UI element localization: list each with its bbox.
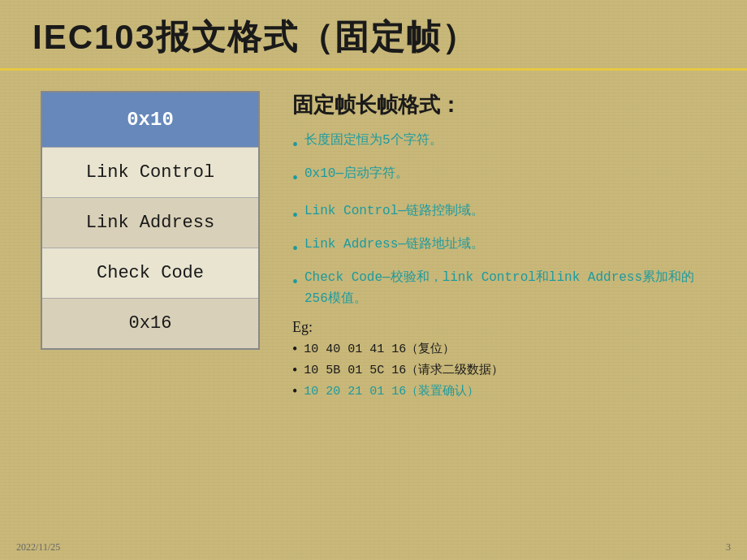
description-area: 固定帧长帧格式： • 长度固定恒为5个字符。 • 0x10—启动字符。 • Li… [292,91,715,404]
frame-table: 0x10 Link Control Link Address Check Cod… [41,91,260,350]
list-item: • Check Code—校验和，link Control和link Addre… [292,268,715,309]
eg-text-3: 10 20 21 01 16（装置确认） [304,383,479,398]
frame-row-0x16: 0x16 [41,299,259,350]
frame-row-link-address: Link Address [41,198,259,248]
frame-row-0x10: 0x10 [41,92,259,148]
bullet-text-3: Link Control—链路控制域。 [304,201,484,222]
slide-container: IEC103报文格式（固定帧） 0x10 Link Control Link A… [0,0,747,560]
desc-title: 固定帧长帧格式： [292,91,715,119]
eg-list: • 10 40 01 41 16（复位） • 10 5B 01 5C 16（请求… [292,341,715,400]
list-item: • 长度固定恒为5个字符。 [292,131,715,157]
bullet-text-2: 0x10—启动字符。 [304,164,408,185]
frame-table-container: 0x10 Link Control Link Address Check Cod… [41,91,260,404]
slide-title: IEC103报文格式（固定帧） [32,15,715,60]
bullet-text-4: Link Address—链路地址域。 [304,235,484,256]
bullet-icon-4: • [292,235,298,261]
bullet-text-1: 长度固定恒为5个字符。 [304,131,443,152]
eg-bullet-2: • [292,362,297,379]
eg-item: • 10 20 21 01 16（装置确认） [292,383,715,400]
content-area: 0x10 Link Control Link Address Check Cod… [0,71,747,420]
table-row: 0x16 [41,299,259,350]
frame-row-check-code: Check Code [41,248,259,299]
list-item: • 0x10—启动字符。 [292,164,715,191]
title-area: IEC103报文格式（固定帧） [0,0,747,71]
bullet-text-5: Check Code—校验和，link Control和link Address… [304,268,715,309]
spacer [292,197,715,198]
eg-item: • 10 40 01 41 16（复位） [292,341,715,358]
list-item: • Link Control—链路控制域。 [292,201,715,228]
eg-label: Eg: [292,319,715,336]
table-row: Check Code [41,248,259,299]
table-row: Link Control [41,148,259,198]
eg-item: • 10 5B 01 5C 16（请求二级数据） [292,362,715,379]
footer-date: 2022/11/25 [16,541,60,554]
bullet-icon-3: • [292,202,298,228]
bullet-icon-5: • [292,269,298,295]
frame-row-link-control: Link Control [41,148,259,198]
footer-page: 3 [726,541,731,554]
eg-text-2: 10 5B 01 5C 16（请求二级数据） [304,362,503,377]
eg-bullet-3: • [292,383,297,400]
footer: 2022/11/25 3 [16,541,731,554]
eg-bullet-1: • [292,341,297,358]
eg-text-1: 10 40 01 41 16（复位） [304,341,455,356]
bullet-list: • 长度固定恒为5个字符。 • 0x10—启动字符。 • Link Contro… [292,131,715,309]
list-item: • Link Address—链路地址域。 [292,235,715,261]
bullet-icon-1: • [292,131,298,157]
table-row: Link Address [41,198,259,248]
table-row: 0x10 [41,92,259,148]
bullet-icon-2: • [292,165,298,191]
